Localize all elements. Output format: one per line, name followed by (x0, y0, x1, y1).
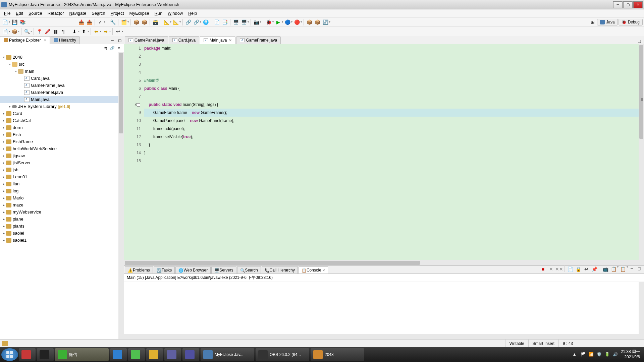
menu-source[interactable]: Source (26, 10, 45, 17)
tree-project-jisiserver[interactable]: ▸jisiServer (0, 159, 124, 166)
tree-project-log[interactable]: ▸log (0, 187, 124, 194)
taskbar-item[interactable] (164, 348, 181, 361)
toolbar-btn-q[interactable]: 🖥️ (240, 18, 248, 26)
toolbar-btn-i[interactable]: 📐 (163, 18, 170, 26)
prev-annotation-button[interactable]: ⬆ (80, 28, 88, 35)
perspective-java[interactable]: Java (597, 19, 618, 25)
tray-flag-icon[interactable]: 🏳️ (581, 352, 586, 357)
menu-file[interactable]: File (1, 10, 13, 17)
toolbar-btn-t[interactable]: 📦 (314, 18, 321, 26)
tree-file-card-java[interactable]: Card.java (0, 75, 124, 82)
toolbar-btn-h[interactable]: 🗃️ (152, 18, 159, 26)
tree-project-mario[interactable]: ▸Mario (0, 194, 124, 201)
tree-project-2048[interactable]: ▾2048 (0, 54, 124, 61)
console-output[interactable] (124, 282, 644, 339)
bottom-tab-web-browser[interactable]: 🌐Web Browser (175, 266, 211, 274)
toolbar-btn-p[interactable]: 🖥️ (232, 18, 239, 26)
taskbar-item[interactable]: MyEclipse Jav... (201, 348, 254, 361)
menu-edit[interactable]: Edit (13, 10, 26, 17)
tree-file-gamepanel-java[interactable]: GamePanel.java (0, 89, 124, 96)
toolbar-btn-j[interactable]: 📐 (172, 18, 179, 26)
editor-tab-main-java[interactable]: Main.java✕ (200, 36, 235, 44)
minimize-editor-button[interactable]: ─ (629, 38, 635, 44)
tray-clock[interactable]: 21:38 周一 2021/9/6 (621, 349, 640, 360)
minimize-button[interactable]: ─ (613, 1, 623, 8)
status-icon[interactable] (2, 341, 8, 346)
overview-ruler[interactable] (639, 44, 644, 260)
editor-tab-card-java[interactable]: Card.java (169, 36, 199, 44)
editor-tab-gamepanel-java[interactable]: GamePanel.java (125, 36, 168, 44)
tree-project-fish[interactable]: ▸Fish (0, 131, 124, 138)
taskbar-item[interactable] (182, 348, 199, 361)
hierarchy-tab[interactable]: Hierarchy (50, 36, 80, 44)
bottom-tab-console[interactable]: 📋Console ✕ (299, 266, 328, 274)
toolbar-btn-d[interactable]: 🔧 (109, 18, 116, 26)
back-button[interactable]: ⬅ (93, 28, 100, 35)
tree-project-mywebservice[interactable]: ▸myWebservice (0, 208, 124, 216)
save-all-button[interactable]: 📚 (19, 18, 26, 26)
bottom-tab-problems[interactable]: ⚠️Problems (125, 266, 153, 274)
tree-project-dorm[interactable]: ▸dorm (0, 124, 124, 131)
menu-navigate[interactable]: Navigate (67, 10, 89, 17)
taskbar-item[interactable] (110, 348, 127, 361)
tree-project-maze[interactable]: ▸maze (0, 201, 124, 208)
menu-search[interactable]: Search (89, 10, 108, 17)
tree-jre-library[interactable]: ▸JRE System Library [jre1.6] (0, 103, 124, 110)
close-button[interactable]: ✕ (633, 1, 643, 8)
new-class-button[interactable]: 📄 (1, 28, 9, 35)
menu-project[interactable]: Project (108, 10, 127, 17)
code-editor[interactable]: 12345678-9101112131415 package main;//Ma… (124, 44, 644, 260)
tree-src-folder[interactable]: ▾src (0, 61, 124, 68)
tree-project-plants[interactable]: ▸plants (0, 223, 124, 230)
editor-tab-gameframe-java[interactable]: GameFrame.java (236, 36, 281, 44)
debug-button[interactable]: 🐞 (265, 18, 272, 26)
open-console-button[interactable]: 📋 (610, 265, 617, 273)
close-icon[interactable]: ✕ (229, 38, 232, 43)
line-number-gutter[interactable]: 12345678-9101112131415 (129, 44, 143, 260)
toolbar-btn-a[interactable]: 📥 (77, 18, 85, 26)
menu-run[interactable]: Run (152, 10, 165, 17)
toolbar-btn-e[interactable]: 🗂️ (120, 18, 127, 26)
tree-project-helloworldwebservice[interactable]: ▸helloWorldWebService (0, 145, 124, 152)
tree-project-jigsaw[interactable]: ▸jigsaw (0, 152, 124, 159)
tray-volume-icon[interactable]: 🔊 (613, 352, 618, 357)
new-button[interactable]: 📄 (1, 18, 9, 26)
bottom-tab-servers[interactable]: 🖥️Servers (211, 266, 236, 274)
taskbar-item[interactable]: 微信 (55, 348, 109, 361)
bottom-tab-call-hierarchy[interactable]: 📞Call Hierarchy (262, 266, 298, 274)
word-wrap-button[interactable]: ↩ (583, 265, 590, 273)
tree-project-fishgame[interactable]: ▸FishGame (0, 138, 124, 145)
taskbar-item[interactable] (37, 348, 54, 361)
tray-up-icon[interactable]: ▲ (573, 352, 578, 357)
close-icon[interactable]: ✕ (44, 39, 46, 42)
close-icon[interactable]: ✕ (322, 268, 325, 272)
taskbar-item[interactable] (128, 348, 145, 361)
run-button[interactable]: ▶ (274, 18, 282, 26)
tray-network-icon[interactable]: 📶 (589, 352, 594, 357)
maximize-button[interactable]: ▢ (623, 1, 633, 8)
package-tree[interactable]: ▾2048▾src▾mainCard.javaGameFrame.javaGam… (0, 52, 124, 339)
annotation-ruler[interactable] (124, 44, 129, 260)
menu-help[interactable]: Help (185, 10, 200, 17)
pin-console-button[interactable]: 📌 (591, 265, 598, 273)
menu-myeclipse[interactable]: MyEclipse (127, 10, 152, 17)
save-button[interactable]: 💾 (11, 18, 18, 26)
tree-project-saolei[interactable]: ▸saolei (0, 230, 124, 237)
maximize-view-button[interactable]: ▢ (116, 37, 123, 43)
remove-all-button[interactable]: ✕✕ (555, 265, 563, 273)
tree-project-plane[interactable]: ▸plane (0, 216, 124, 223)
tree-file-gameframe-java[interactable]: GameFrame.java (0, 82, 124, 89)
toolbar-btn-s[interactable]: 📦 (306, 18, 313, 26)
forward-button[interactable]: ➡ (102, 28, 109, 35)
search-button[interactable]: 🔍 (23, 28, 31, 35)
last-edit-button[interactable]: ↩ (114, 28, 122, 35)
clear-console-button[interactable]: 📄 (567, 265, 574, 273)
bottom-tab-search[interactable]: 🔍Search (237, 266, 261, 274)
bottom-tab-tasks[interactable]: ☑️Tasks (154, 266, 175, 274)
highlight-button[interactable]: 🖍️ (44, 28, 51, 35)
toolbar-btn-u[interactable]: 🔄 (322, 18, 329, 26)
toolbar-btn-f[interactable]: 📦 (132, 18, 140, 26)
tree-project-jsb[interactable]: ▸jsb (0, 166, 124, 173)
maximize-bottom-button[interactable]: ▢ (636, 265, 643, 272)
toolbar-btn-c[interactable]: ✓ (97, 18, 104, 26)
